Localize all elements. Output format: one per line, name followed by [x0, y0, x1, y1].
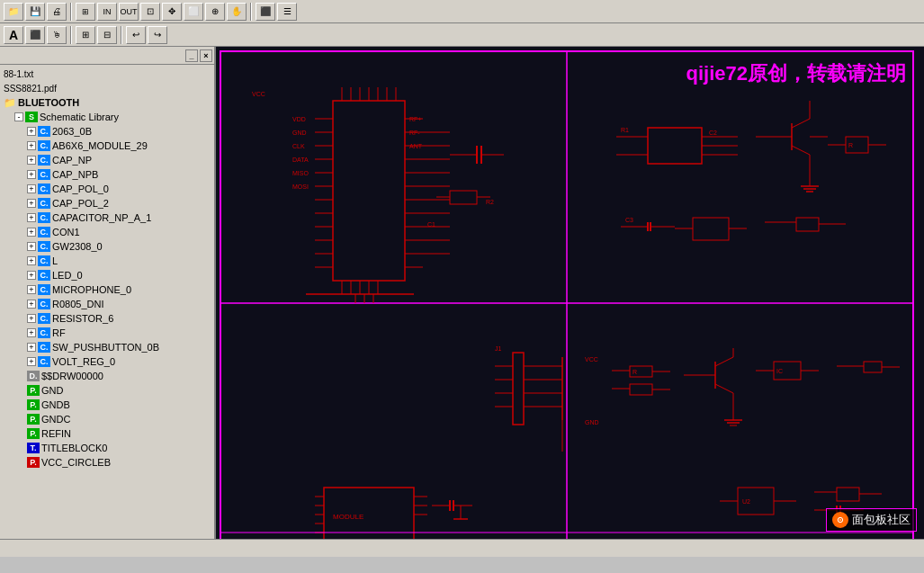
expand-con1[interactable]: +: [27, 228, 36, 237]
label-cap-np: CAP_NP: [52, 155, 92, 166]
expand-r0805[interactable]: +: [27, 300, 36, 309]
tree-item-r0805[interactable]: + C. R0805_DNI: [2, 297, 212, 311]
tree-item-refin[interactable]: P. REFIN: [2, 426, 212, 441]
svg-rect-132: [864, 362, 882, 372]
expand-icon[interactable]: -: [14, 112, 23, 121]
toolbar-btn-print[interactable]: 🖰: [47, 26, 67, 44]
svg-text:C3: C3: [625, 217, 633, 223]
tree-item-volt-reg[interactable]: + C. VOLT_REG_0: [2, 354, 212, 369]
tree-item-sw-push[interactable]: + C. SW_PUSHBUTTON_0B: [2, 340, 212, 354]
svg-text:C1: C1: [427, 221, 435, 228]
label-sw-push: SW_PUSHBUTTON_0B: [52, 342, 159, 353]
tree-item-file2[interactable]: SSS8821.pdf: [2, 81, 212, 95]
toolbar-btn-9[interactable]: ⬛: [256, 3, 275, 21]
tree-item-cap-npb[interactable]: + C. CAP_NPB: [2, 167, 212, 182]
tree-item-led0[interactable]: + C. LED_0: [2, 268, 212, 282]
canvas-area[interactable]: qijie72原创，转载请注明: [216, 47, 924, 539]
expand-resistor6[interactable]: +: [27, 314, 36, 323]
svg-rect-155: [837, 488, 859, 501]
svg-text:R2: R2: [486, 199, 494, 205]
expand-gw2308[interactable]: +: [27, 242, 36, 251]
expand-cap-pol2[interactable]: +: [27, 199, 36, 208]
tree-item-drw[interactable]: D. $$DRW00000: [2, 369, 212, 383]
tree-item-con1[interactable]: + C. CON1: [2, 225, 212, 239]
toolbar-btn-4[interactable]: IN: [97, 3, 117, 21]
label-vcc: VCC_CIRCLEB: [41, 457, 111, 468]
tree-item-2063[interactable]: + C. 2063_0B: [2, 124, 212, 139]
svg-text:R: R: [848, 142, 853, 148]
tree-item-cap-pol0[interactable]: + C. CAP_POL_0: [2, 182, 212, 196]
tree-item-cap-pol2[interactable]: + C. CAP_POL_2: [2, 196, 212, 210]
svg-text:R1: R1: [621, 127, 629, 133]
tree-item-cap-np[interactable]: + C. CAP_NP: [2, 153, 212, 167]
toolbar-btn-a[interactable]: A: [4, 26, 23, 44]
expand-led0[interactable]: +: [27, 271, 36, 280]
tree-item-gw2308[interactable]: + C. GW2308_0: [2, 239, 212, 254]
expand-2063[interactable]: +: [27, 127, 36, 136]
panel-titlebar: _ ×: [0, 47, 214, 65]
svg-rect-115: [630, 384, 652, 395]
icon-l: C.: [38, 255, 50, 266]
toolbar-btn-10[interactable]: ☰: [277, 3, 297, 21]
left-panel: _ × 88-1.txt SSS8821.pdf 📁 BLUETOOTH - S…: [0, 47, 216, 539]
icon-gndc: P.: [27, 414, 40, 425]
tree-item-resistor6[interactable]: + C. RESISTOR_6: [2, 311, 212, 326]
watermark-text: qijie72原创，转载请注明: [686, 60, 906, 87]
panel-minimize-btn[interactable]: _: [185, 49, 198, 62]
tree-item-file1[interactable]: 88-1.txt: [2, 67, 212, 81]
schematic-lib-label: Schematic Library: [40, 112, 119, 122]
svg-rect-92: [796, 218, 819, 231]
toolbar-btn-zoom-fit[interactable]: ⊡: [140, 3, 160, 21]
svg-text:C2: C2: [709, 130, 717, 136]
toolbar-btn-undo[interactable]: ↩: [126, 26, 146, 44]
svg-text:RF+: RF+: [409, 116, 421, 122]
tree-item-vcc[interactable]: P. VCC_CIRCLEB: [2, 455, 212, 470]
svg-line-71: [792, 146, 810, 155]
panel-close-btn[interactable]: ×: [200, 49, 212, 62]
toolbar-btn-c[interactable]: ⊞: [76, 26, 95, 44]
label-cap-np-a1: CAPACITOR_NP_A_1: [52, 212, 151, 223]
expand-l[interactable]: +: [27, 256, 36, 265]
expand-cap-np[interactable]: +: [27, 156, 36, 165]
toolbar-btn-6[interactable]: ⬜: [184, 3, 203, 21]
toolbar-btn-8[interactable]: ✋: [227, 3, 247, 21]
icon-gndb: P.: [27, 399, 40, 410]
label-microphone: MICROPHONE_0: [52, 284, 131, 295]
tree-item-l[interactable]: + C. L: [2, 254, 212, 268]
toolbar-btn-b[interactable]: ⬛: [25, 26, 45, 44]
expand-cap-np-a1[interactable]: +: [27, 213, 36, 222]
toolbar-btn-d[interactable]: ⊟: [97, 26, 117, 44]
tree-item-gndc[interactable]: P. GNDC: [2, 412, 212, 426]
tree-item-gnd[interactable]: P. GND: [2, 383, 212, 398]
icon-drw: D.: [27, 371, 40, 381]
toolbar-btn-zoom-in[interactable]: ⊞: [76, 3, 95, 21]
main-layout: _ × 88-1.txt SSS8821.pdf 📁 BLUETOOTH - S…: [0, 47, 924, 539]
tree-item-schematic-lib[interactable]: - S Schematic Library: [2, 110, 212, 124]
label-l: L: [52, 255, 58, 266]
toolbar-btn-1[interactable]: 📁: [4, 3, 23, 21]
tree-item-rf[interactable]: + C. RF: [2, 326, 212, 340]
toolbar-btn-pan[interactable]: ✥: [162, 3, 182, 21]
toolbar-btn-3[interactable]: 🖨: [47, 3, 67, 21]
expand-cap-pol0[interactable]: +: [27, 184, 36, 193]
label-titleblock: TITLEBLOCK0: [41, 443, 107, 453]
expand-sw-push[interactable]: +: [27, 343, 36, 352]
tree-item-gndb[interactable]: P. GNDB: [2, 398, 212, 412]
expand-ab6x6[interactable]: +: [27, 141, 36, 150]
expand-cap-npb[interactable]: +: [27, 170, 36, 179]
expand-rf[interactable]: +: [27, 328, 36, 337]
toolbar-btn-redo[interactable]: ↪: [148, 26, 167, 44]
tree-item-cap-np-a1[interactable]: + C. CAPACITOR_NP_A_1: [2, 210, 212, 225]
tree-item-bluetooth[interactable]: 📁 BLUETOOTH: [2, 95, 212, 110]
expand-microphone[interactable]: +: [27, 285, 36, 294]
toolbar-btn-2[interactable]: 💾: [25, 3, 45, 21]
icon-cap-pol2: C.: [38, 198, 50, 209]
svg-text:U2: U2: [742, 498, 750, 505]
tree-item-ab6x6[interactable]: + C. AB6X6_MODULE_29: [2, 139, 212, 153]
tree-item-microphone[interactable]: + C. MICROPHONE_0: [2, 282, 212, 297]
tree-item-titleblock[interactable]: T. TITLEBLOCK0: [2, 441, 212, 455]
expand-volt-reg[interactable]: +: [27, 357, 36, 366]
toolbar-btn-5[interactable]: OUT: [119, 3, 139, 21]
icon-cap-np-a1: C.: [38, 212, 50, 223]
toolbar-btn-7[interactable]: ⊕: [205, 3, 225, 21]
